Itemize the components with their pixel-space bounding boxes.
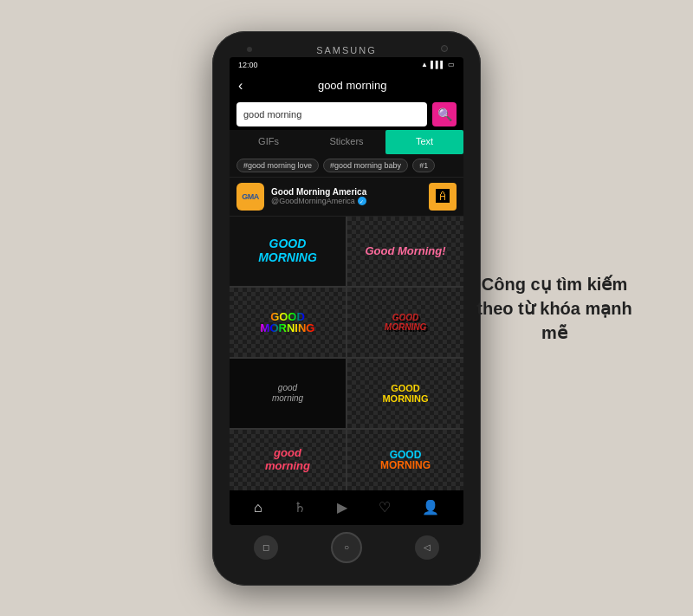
sticker-7: good morning <box>265 447 310 472</box>
grid-cell-5[interactable]: good morning <box>230 359 346 428</box>
phone-bottom-bar: ◻ ○ ◁ <box>219 525 474 567</box>
tab-text[interactable]: Text <box>385 130 463 154</box>
grid-cell-6[interactable]: GOOD MORNING <box>347 359 463 428</box>
samsung-logo: SAMSUNG <box>316 45 377 55</box>
phone-speaker <box>247 47 252 52</box>
status-time: 12:00 <box>238 61 258 69</box>
back-hw-btn[interactable]: ◻ <box>254 535 278 560</box>
tag-chip-1[interactable]: #good morning love <box>236 159 319 172</box>
grid-content: GOOD MORNING Good Morning! GOOD MORNING <box>230 217 463 490</box>
nav-play[interactable]: ▶ <box>337 499 347 515</box>
signal-icon: ▌▌▌ <box>431 61 445 68</box>
recent-hw-icon: ◁ <box>424 542 431 552</box>
search-input-box[interactable]: good morning <box>236 102 427 126</box>
back-button[interactable]: ‹ <box>238 78 243 94</box>
search-icon: 🔍 <box>437 107 452 121</box>
channel-handle: @GoodMorningAmerica ✓ <box>271 197 422 205</box>
side-text: Công cụ tìm kiếm theo từ khóa mạnh mẽ <box>468 272 641 345</box>
search-button[interactable]: 🔍 <box>432 102 457 126</box>
back-hw-icon: ◻ <box>262 542 269 552</box>
phone-camera <box>441 45 448 52</box>
header-title: good morning <box>249 79 455 92</box>
home-hw-icon: ○ <box>344 542 349 552</box>
verified-badge: ✓ <box>358 197 366 205</box>
tabs-row: GIFs Stickers Text <box>230 130 463 154</box>
battery-icon: ▭ <box>448 61 455 68</box>
recent-hw-btn[interactable]: ◁ <box>415 535 439 560</box>
sticker-5: good morning <box>272 383 303 404</box>
tab-stickers[interactable]: Stickers <box>308 130 385 154</box>
sticker-6: GOOD MORNING <box>382 383 428 404</box>
grid-cell-4[interactable]: GOod MORNing <box>347 288 463 357</box>
grid-cell-8[interactable]: GOOD MORNING <box>347 430 463 490</box>
phone-shell: SAMSUNG 12:00 ▲ ▌▌▌ ▭ ‹ good morning <box>212 31 481 586</box>
nav-home[interactable]: ⌂ <box>254 500 262 515</box>
channel-row[interactable]: GMA Good Morning America @GoodMorningAme… <box>230 177 463 217</box>
sticker-4: GOod MORNing <box>385 313 426 332</box>
home-hw-btn[interactable]: ○ <box>331 532 362 563</box>
channel-name: Good Morning America <box>271 187 422 197</box>
side-text-content: Công cụ tìm kiếm theo từ khóa mạnh mẽ <box>476 275 631 342</box>
wifi-icon: ▲ <box>421 61 428 68</box>
nav-profile[interactable]: 👤 <box>422 499 439 515</box>
tab-gifs[interactable]: GIFs <box>230 130 308 154</box>
grid-cell-2[interactable]: Good Morning! <box>347 217 463 286</box>
phone-screen: 12:00 ▲ ▌▌▌ ▭ ‹ good morning good mornin… <box>230 57 463 525</box>
channel-logo: GMA <box>236 183 264 211</box>
search-input-text: good morning <box>243 109 301 120</box>
nav-explore[interactable]: ♄ <box>294 499 306 515</box>
nav-heart[interactable]: ♡ <box>379 499 391 515</box>
sticker-1: GOOD MORNING <box>258 237 317 264</box>
channel-sticker: 🅰 <box>429 183 457 211</box>
tags-row: #good morning love #good morning baby #1 <box>230 154 463 177</box>
phone-top-bar: SAMSUNG <box>219 42 474 57</box>
grid-cell-1[interactable]: GOOD MORNING <box>230 217 346 286</box>
app-header: ‹ good morning <box>230 73 463 99</box>
status-icons: ▲ ▌▌▌ ▭ <box>421 61 455 68</box>
search-bar-wrapper: good morning 🔍 <box>230 99 463 130</box>
channel-info: Good Morning America @GoodMorningAmerica… <box>271 187 422 205</box>
status-bar: 12:00 ▲ ▌▌▌ ▭ <box>230 57 463 73</box>
sticker-3: GOOD MORNING <box>261 311 315 334</box>
sticker-8: GOOD MORNING <box>380 450 431 470</box>
sticker-2: Good Morning! <box>365 244 445 257</box>
grid-cell-7[interactable]: good morning <box>230 430 346 490</box>
bottom-nav: ⌂ ♄ ▶ ♡ 👤 <box>230 490 463 525</box>
grid-cell-3[interactable]: GOOD MORNING <box>230 288 346 357</box>
tag-chip-2[interactable]: #good morning baby <box>323 159 408 172</box>
tag-chip-3[interactable]: #1 <box>412 159 435 172</box>
page-wrapper: SAMSUNG 12:00 ▲ ▌▌▌ ▭ ‹ good morning <box>0 0 693 616</box>
